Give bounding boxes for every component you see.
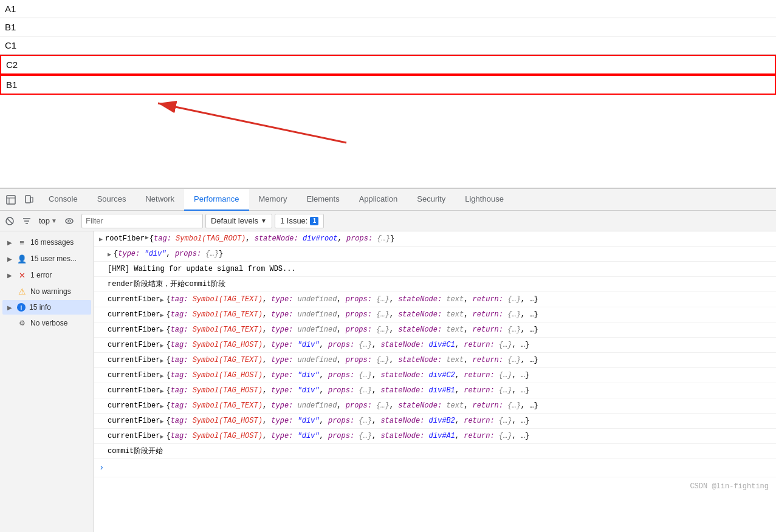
sidebar-item-verbose[interactable]: ▶ ⚙ No verbose [2,315,91,331]
error-icon: ✕ [17,270,27,280]
console-main-content: ▶ ≡ 16 messages ▶ 👤 15 user mes... ▶ ✕ 1… [0,231,776,532]
sidebar-user-label: 15 user mes... [30,254,86,263]
console-line: currentFiber ▶ {tag: Symbol(TAG_HOST), t… [94,429,776,444]
default-levels-dropdown-icon: ▼ [261,217,267,224]
tab-network[interactable]: Network [136,189,184,211]
sidebar-item-warnings[interactable]: ▶ ⚠ No warnings [2,284,91,299]
svg-point-13 [68,220,70,222]
svg-rect-5 [26,196,30,203]
expand-icon[interactable]: ▶ [160,311,163,320]
console-line: ▶ {type: "div", props: {…}} [94,247,776,262]
svg-point-12 [66,219,73,223]
expand-error-icon: ▶ [7,272,13,279]
arrow-annotation [122,94,352,155]
console-line: currentFiber ▶ {tag: Symbol(TAG_TEXT), t… [94,307,776,322]
preview-item-b1-second: B1 [0,75,776,95]
inspect-element-icon[interactable] [2,191,19,208]
expand-icon[interactable]: ▶ [99,235,103,244]
svg-line-8 [7,219,12,223]
sidebar-item-errors[interactable]: ▶ ✕ 1 error [2,267,91,283]
console-prompt-icon: › [99,462,104,474]
console-line: currentFiber ▶ {tag: Symbol(TAG_HOST), t… [94,383,776,398]
clear-console-icon[interactable] [2,214,17,228]
console-output: ▶ rootFiber ▶ {tag: Symbol(TAG_ROOT), st… [94,231,776,532]
device-toolbar-icon[interactable] [21,191,38,208]
expand-icon[interactable]: ▶ [160,402,163,411]
expand-icon[interactable]: ▶ [160,341,163,350]
console-line: currentFiber ▶ {tag: Symbol(TAG_TEXT), t… [94,353,776,368]
svg-rect-6 [30,197,33,202]
sidebar-verbose-label: No verbose [30,319,86,327]
sidebar-warning-label: No warnings [30,287,86,296]
expand-user-icon: ▶ [7,256,13,262]
console-sidebar: ▶ ≡ 16 messages ▶ 👤 15 user mes... ▶ ✕ 1… [0,231,94,532]
tab-application[interactable]: Application [349,189,408,211]
default-levels-button[interactable]: Default levels ▼ [205,214,272,228]
preview-item-c2: C2 [0,55,776,75]
sidebar-info-label: 15 info [29,303,86,312]
filter-icon[interactable] [19,214,34,228]
tab-performance[interactable]: Performance [184,189,249,211]
user-icon: 👤 [17,254,27,264]
svg-line-1 [158,103,346,143]
tab-sources[interactable]: Sources [88,189,136,211]
info-icon: i [17,303,26,312]
tab-memory[interactable]: Memory [249,189,297,211]
expand-icon[interactable]: ▶ [108,250,111,259]
tab-elements[interactable]: Elements [297,189,349,211]
preview-area: A1 B1 C1 C2 B1 [0,0,776,188]
sidebar-item-info[interactable]: ▶ i 15 info [2,300,91,315]
expand-icon[interactable]: ▶ [160,296,163,305]
expand-icon[interactable]: ▶ [160,432,163,442]
console-line: commit阶段开始 [94,444,776,459]
console-line: currentFiber ▶ {tag: Symbol(TAG_TEXT), t… [94,292,776,307]
expand-icon[interactable]: ▶ [160,372,163,381]
sidebar-messages-label: 16 messages [30,238,86,247]
expand-icon[interactable]: ▶ [160,326,163,335]
expand-info-icon: ▶ [7,304,13,311]
console-line: currentFiber ▶ {tag: Symbol(TAG_HOST), t… [94,414,776,429]
expand-icon[interactable]: ▶ [160,387,163,396]
console-line: render阶段结束，开始commit阶段 [94,277,776,292]
preview-item-c1: C1 [0,36,776,55]
console-line: currentFiber ▶ {tag: Symbol(TAG_TEXT), t… [94,322,776,338]
tab-lighthouse[interactable]: Lighthouse [455,189,513,211]
expand-icon[interactable]: ▶ [160,356,163,366]
issue-badge-icon: 1 [310,217,318,225]
console-line: ▶ rootFiber ▶ {tag: Symbol(TAG_ROOT), st… [94,231,776,247]
svg-rect-2 [7,196,15,204]
console-line: [HMR] Waiting for update signal from WDS… [94,262,776,277]
console-line: currentFiber ▶ {tag: Symbol(TAG_HOST), t… [94,338,776,353]
context-selector[interactable]: top ▼ [36,215,60,227]
context-dropdown-icon: ▼ [51,217,57,224]
sidebar-item-user-messages[interactable]: ▶ 👤 15 user mes... [2,251,91,267]
console-prompt-line[interactable]: › [94,459,776,477]
verbose-icon: ⚙ [17,318,27,328]
tab-security[interactable]: Security [407,189,455,211]
devtools-panel: Console Sources Network Performance Memo… [0,188,776,532]
messages-icon: ≡ [17,237,27,247]
warning-icon: ⚠ [17,287,27,296]
preview-item-a1: A1 [0,0,776,18]
devtools-tab-bar: Console Sources Network Performance Memo… [0,189,776,211]
console-filter-input[interactable] [81,214,203,228]
preview-item-b1-first: B1 [0,18,776,36]
console-toolbar: top ▼ Default levels ▼ 1 Issue: 1 [0,211,776,231]
expand-icon[interactable]: ▶ [160,417,163,426]
issue-badge[interactable]: 1 Issue: 1 [275,214,324,228]
tab-console[interactable]: Console [39,189,88,211]
sidebar-error-label: 1 error [30,271,86,279]
expand-messages-icon: ▶ [7,239,13,246]
console-line: currentFiber ▶ {tag: Symbol(TAG_HOST), t… [94,368,776,383]
sidebar-item-messages[interactable]: ▶ ≡ 16 messages [2,234,91,250]
console-line: currentFiber ▶ {tag: Symbol(TAG_TEXT), t… [94,398,776,414]
eye-icon[interactable] [62,214,77,228]
watermark: CSDN @lin-fighting [690,482,769,491]
